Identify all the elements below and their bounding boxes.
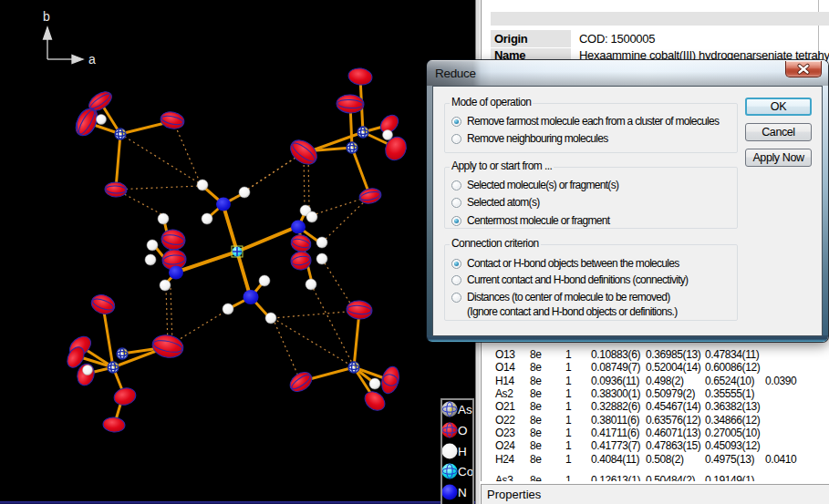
svg-text:O: O (458, 424, 468, 437)
svg-text:b: b (43, 9, 50, 24)
svg-text:a: a (88, 52, 96, 67)
svg-text:As: As (458, 403, 472, 417)
svg-text:N: N (458, 486, 467, 499)
svg-text:H: H (458, 445, 467, 458)
svg-text:Co: Co (458, 465, 472, 478)
